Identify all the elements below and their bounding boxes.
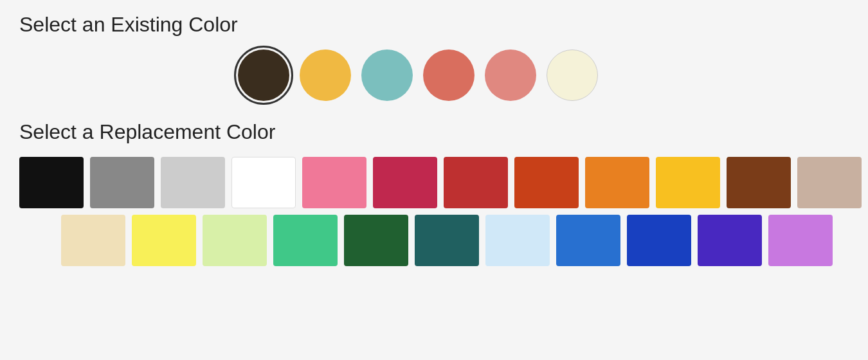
existing-color-golden-yellow[interactable] (300, 50, 351, 101)
existing-color-dark-brown[interactable] (238, 50, 289, 101)
existing-color-cream[interactable] (547, 50, 598, 101)
replacement-color-red[interactable] (444, 157, 508, 208)
existing-colors-section: Select an Existing Color (19, 13, 849, 101)
existing-color-salmon-red[interactable] (423, 50, 475, 101)
replacement-color-brown[interactable] (727, 157, 791, 208)
replacement-color-orange[interactable] (585, 157, 649, 208)
replacement-color-medium-green[interactable] (273, 215, 338, 266)
replacement-color-pink[interactable] (302, 157, 366, 208)
replacement-color-medium-gray[interactable] (90, 157, 154, 208)
existing-color-teal-blue[interactable] (361, 50, 413, 101)
replacement-color-black[interactable] (19, 157, 84, 208)
replacement-color-crimson[interactable] (373, 157, 437, 208)
replacement-color-burnt-orange[interactable] (514, 157, 579, 208)
replacement-color-light-blue[interactable] (485, 215, 550, 266)
replacement-color-light-beige[interactable] (61, 215, 125, 266)
replacement-color-light-gray[interactable] (161, 157, 225, 208)
replacement-row1 (19, 157, 849, 208)
replacement-color-bright-yellow[interactable] (132, 215, 196, 266)
replacement-color-beige-brown[interactable] (797, 157, 862, 208)
replacement-color-white[interactable] (231, 157, 296, 208)
replacement-colors-title: Select a Replacement Color (19, 120, 849, 144)
replacement-color-dark-teal[interactable] (415, 215, 479, 266)
replacement-color-lavender[interactable] (768, 215, 833, 266)
existing-color-dusty-pink[interactable] (485, 50, 536, 101)
replacement-colors-section: Select a Replacement Color (19, 120, 849, 266)
replacement-color-medium-blue[interactable] (556, 215, 620, 266)
existing-colors-title: Select an Existing Color (19, 13, 849, 37)
replacement-color-dark-green[interactable] (344, 215, 408, 266)
replacement-row2 (19, 215, 849, 266)
replacement-color-yellow[interactable] (656, 157, 720, 208)
replacement-color-indigo[interactable] (698, 215, 762, 266)
replacement-color-cobalt-blue[interactable] (627, 215, 691, 266)
existing-colors-row (19, 50, 849, 101)
replacement-color-light-green[interactable] (203, 215, 267, 266)
